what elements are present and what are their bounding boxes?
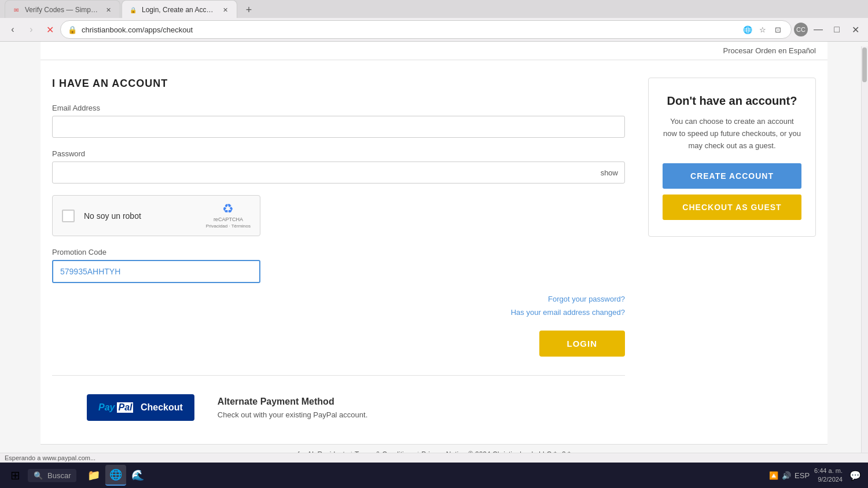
- new-tab-button[interactable]: +: [241, 2, 257, 18]
- status-message: Esperando a www.paypal.com...: [5, 454, 95, 461]
- browser-status-bar: Esperando a www.paypal.com...: [0, 453, 868, 463]
- scrollbar[interactable]: [861, 46, 868, 463]
- email-changed-link[interactable]: Has your email address changed?: [511, 308, 625, 317]
- tab-2[interactable]: 🔒 Login, Create an Account, or C... ✕: [122, 0, 237, 18]
- recaptcha-checkbox[interactable]: [62, 210, 75, 222]
- forgot-password-link[interactable]: Forgot your password?: [548, 295, 625, 303]
- bookmark-icon[interactable]: ☆: [756, 23, 769, 36]
- paypal-checkout-button[interactable]: PayPal Checkout: [87, 394, 194, 421]
- page-content: Procesar Orden en Español I HAVE AN ACCO…: [41, 42, 827, 464]
- left-panel: I HAVE AN ACCOUNT Email Address Password…: [52, 78, 625, 421]
- tab2-favicon: 🔒: [129, 6, 137, 14]
- tab2-title: Login, Create an Account, or C...: [142, 6, 216, 14]
- tab2-close-button[interactable]: ✕: [220, 5, 230, 14]
- recaptcha-label: No soy un robot: [84, 211, 197, 221]
- email-label: Email Address: [52, 104, 625, 112]
- main-layout: I HAVE AN ACCOUNT Email Address Password…: [41, 60, 827, 444]
- section-title: I HAVE AN ACCOUNT: [52, 78, 625, 90]
- checkout-guest-button[interactable]: CHECKOUT AS GUEST: [663, 195, 801, 220]
- close-window-button[interactable]: ✕: [847, 21, 863, 38]
- payment-section: PayPal Checkout Alternate Payment Method…: [52, 394, 625, 421]
- password-label: Password: [52, 149, 625, 158]
- email-form-group: Email Address: [52, 104, 625, 138]
- lock-icon: 🔒: [68, 25, 77, 34]
- browser-extensions: CC: [794, 23, 808, 36]
- translate-icon[interactable]: 🌐: [741, 23, 754, 36]
- promotion-code-input[interactable]: [52, 260, 260, 283]
- split-view-icon[interactable]: ⊡: [771, 23, 784, 36]
- right-panel: Don't have an account? You can choose to…: [648, 78, 816, 421]
- back-button[interactable]: ‹: [5, 21, 21, 38]
- account-box-desc: You can choose to create an account now …: [663, 116, 801, 152]
- address-icons: 🌐 ☆ ⊡: [741, 23, 784, 36]
- account-box: Don't have an account? You can choose to…: [648, 78, 816, 237]
- tab1-title: Verify Codes — SimplyCodes: [25, 6, 99, 14]
- alternate-payment: Alternate Payment Method Check out with …: [218, 397, 590, 419]
- address-input[interactable]: [82, 25, 737, 34]
- password-form-group: Password show: [52, 149, 625, 184]
- promotion-code-form-group: Promotion Code: [52, 248, 625, 283]
- links-row: Forgot your password? Has your email add…: [52, 295, 625, 317]
- password-input[interactable]: [52, 162, 625, 184]
- account-box-title: Don't have an account?: [663, 94, 801, 108]
- paypal-logo-text: Pay: [98, 402, 115, 413]
- tabs-bar: ✉ Verify Codes — SimplyCodes ✕ 🔒 Login, …: [0, 0, 868, 18]
- tab1-close-button[interactable]: ✕: [104, 5, 113, 14]
- login-button[interactable]: LOGIN: [539, 331, 626, 357]
- promotion-code-label: Promotion Code: [52, 248, 625, 256]
- tab1-favicon: ✉: [12, 6, 20, 14]
- address-bar[interactable]: 🔒 🌐 ☆ ⊡: [60, 20, 792, 39]
- spanish-link[interactable]: Procesar Orden en Español: [723, 46, 816, 55]
- forward-button[interactable]: ›: [23, 21, 39, 38]
- email-input[interactable]: [52, 116, 625, 138]
- maximize-button[interactable]: □: [829, 21, 845, 38]
- tab-1[interactable]: ✉ Verify Codes — SimplyCodes ✕: [5, 0, 120, 18]
- scroll-thumb[interactable]: [862, 47, 867, 82]
- divider: [52, 375, 625, 376]
- address-bar-row: ‹ › ✕ 🔒 🌐 ☆ ⊡ CC — □ ✕: [0, 18, 868, 41]
- recaptcha-logo: ♻ reCAPTCHA Privacidad · Términos: [206, 203, 251, 229]
- recaptcha-icon: ♻: [222, 203, 234, 215]
- refresh-button[interactable]: ✕: [42, 21, 58, 38]
- paypal-checkout-text: Checkout: [141, 402, 183, 413]
- extension-icon-1[interactable]: CC: [794, 23, 808, 36]
- alternate-payment-title: Alternate Payment Method: [218, 397, 590, 407]
- recaptcha-links: Privacidad · Términos: [206, 223, 251, 229]
- show-password-button[interactable]: show: [601, 168, 618, 177]
- recaptcha-box[interactable]: No soy un robot ♻ reCAPTCHA Privacidad ·…: [52, 195, 260, 236]
- taskbar: ⊞ 🔍 Buscar 📁 🌐 🌊 🔼 🔊 ESP 6:44 a. m. 9/2/…: [0, 463, 868, 464]
- paypal-logo-pal: Pal: [117, 402, 133, 413]
- minimize-button[interactable]: —: [810, 21, 826, 38]
- password-wrapper: show: [52, 162, 625, 184]
- alternate-payment-desc: Check out with your existing PayPal acco…: [218, 410, 590, 419]
- recaptcha-brand: reCAPTCHA: [214, 217, 243, 222]
- browser-chrome: ✉ Verify Codes — SimplyCodes ✕ 🔒 Login, …: [0, 0, 868, 42]
- top-banner: Procesar Orden en Español: [41, 42, 827, 60]
- create-account-button[interactable]: CREATE ACCOUNT: [663, 163, 801, 189]
